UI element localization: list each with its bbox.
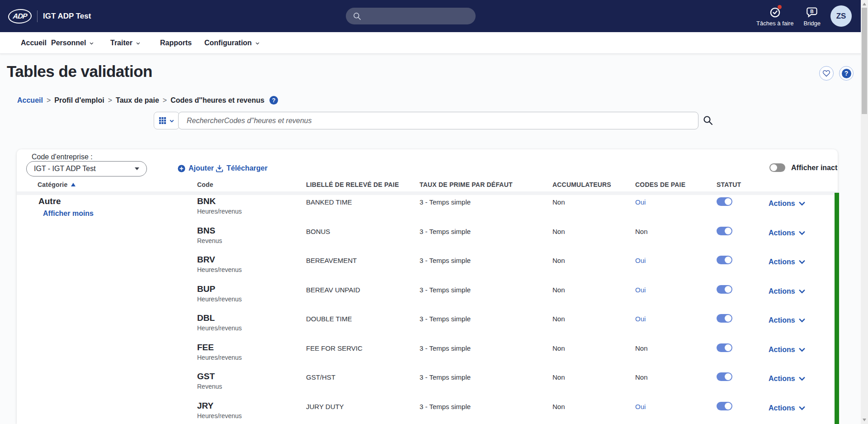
actions-label: Actions: [769, 287, 795, 295]
window-scrollbar: [861, 0, 868, 424]
status-toggle[interactable]: [717, 227, 732, 235]
cell-accumulators: Non: [552, 344, 565, 352]
actions-button[interactable]: Actions: [769, 316, 805, 324]
actions-button[interactable]: Actions: [769, 287, 805, 295]
status-toggle[interactable]: [717, 343, 732, 352]
table-search-input[interactable]: [178, 112, 698, 129]
breadcrumb-help-icon[interactable]: ?: [269, 96, 278, 105]
menu-item-rapports[interactable]: Rapports: [160, 32, 192, 54]
status-toggle[interactable]: [717, 372, 732, 381]
chevron-down-icon: [169, 118, 175, 124]
brand-name: IGT ADP Test: [43, 12, 91, 21]
cell-pay-codes[interactable]: Oui: [635, 403, 646, 410]
actions-button[interactable]: Actions: [769, 404, 805, 412]
breadcrumb-item[interactable]: Profil d'emploi: [54, 96, 104, 105]
scroll-up-arrow[interactable]: [863, 3, 866, 5]
table-row: FEE Heures/revenus FEE FOR SERVIC 3 - Te…: [17, 343, 838, 372]
status-toggle[interactable]: [717, 285, 732, 294]
toggle-knob: [725, 403, 731, 410]
actions-button[interactable]: Actions: [769, 346, 805, 354]
toggle-knob: [725, 198, 731, 205]
actions-button[interactable]: Actions: [769, 258, 805, 266]
cell-pay-codes[interactable]: Oui: [635, 257, 646, 264]
chevron-down-icon: [799, 376, 805, 381]
toggle-knob: [725, 228, 731, 234]
cell-code: GST: [197, 372, 215, 381]
menu-item-accueil[interactable]: Accueil: [21, 32, 47, 54]
column-header-taux-prime[interactable]: TAUX DE PRIME PAR DÉFAUT: [420, 181, 513, 188]
cell-pay-codes: Non: [635, 373, 648, 381]
column-header-codes-de-paie[interactable]: CODES DE PAIE: [635, 181, 685, 188]
menu-label: Rapports: [160, 39, 192, 47]
cell-default-premium: 3 - Temps simple: [420, 315, 471, 323]
show-inactive-toggle[interactable]: [769, 163, 785, 172]
column-header-label: TAUX DE PRIME PAR DÉFAUT: [420, 181, 513, 188]
column-header-categorie[interactable]: Catégorie: [38, 181, 75, 188]
status-toggle[interactable]: [717, 402, 732, 410]
status-toggle[interactable]: [717, 256, 732, 264]
menu-label: Configuration: [204, 39, 252, 47]
breadcrumb-item[interactable]: Taux de paie: [116, 96, 159, 105]
download-button[interactable]: Télécharger: [216, 164, 268, 172]
global-search-input[interactable]: [346, 8, 476, 24]
actions-button[interactable]: Actions: [769, 375, 805, 383]
add-button[interactable]: Ajouter: [178, 164, 214, 172]
cell-label: JURY DUTY: [306, 403, 344, 410]
cell-default-premium: 3 - Temps simple: [420, 373, 471, 381]
cell-pay-codes[interactable]: Oui: [635, 315, 646, 323]
cell-code: BUP: [197, 284, 215, 294]
cell-accumulators: Non: [552, 403, 565, 410]
chevron-down-icon: [799, 347, 805, 353]
cell-pay-codes: Non: [635, 344, 648, 352]
notification-dot: [778, 5, 782, 9]
toggle-knob: [725, 344, 731, 351]
table-row: GST Revenus GST/HST 3 - Temps simple Non…: [17, 372, 838, 400]
actions-label: Actions: [769, 200, 795, 208]
status-toggle[interactable]: [717, 197, 732, 206]
column-header-code[interactable]: Code: [197, 181, 213, 188]
company-code-select[interactable]: IGT - IGT ADP Test: [26, 161, 147, 176]
actions-button[interactable]: Actions: [769, 229, 805, 237]
scrollbar-thumb[interactable]: [862, 8, 867, 114]
column-header-libelle[interactable]: LIBELLÉ DE RELEVÉ DE PAIE: [306, 181, 399, 188]
company-code-value: IGT - IGT ADP Test: [34, 165, 96, 173]
download-icon: [216, 165, 223, 172]
cell-pay-codes[interactable]: Oui: [635, 286, 646, 294]
toggle-knob: [725, 373, 731, 380]
breadcrumb-home[interactable]: Accueil: [17, 96, 43, 105]
status-toggle[interactable]: [717, 314, 732, 323]
chevron-down-icon: [255, 41, 260, 46]
bridge-button[interactable]: B Bridge: [803, 6, 821, 27]
cell-accumulators: Non: [552, 257, 565, 264]
user-avatar[interactable]: ZS: [830, 5, 852, 27]
actions-label: Actions: [769, 258, 795, 266]
topbar: ADP IGT ADP Test Tâches à faire B Bridge: [0, 0, 868, 32]
column-header-statut[interactable]: STATUT: [717, 181, 741, 188]
cell-label: GST/HST: [306, 373, 335, 381]
table-scrollbar-thumb[interactable]: [835, 193, 839, 424]
view-selector-button[interactable]: [154, 112, 179, 129]
cell-pay-codes[interactable]: Oui: [635, 198, 646, 206]
menu-label: Accueil: [21, 39, 47, 47]
page-help-button[interactable]: ?: [839, 66, 854, 81]
cell-label: BANKED TIME: [306, 198, 352, 206]
plus-circle-icon: [178, 165, 185, 172]
table-search-icon[interactable]: [703, 115, 713, 126]
svg-text:B: B: [810, 9, 813, 14]
breadcrumb-separator: >: [163, 96, 167, 105]
actions-label: Actions: [769, 316, 795, 324]
chevron-down-icon: [799, 259, 805, 265]
scroll-down-arrow[interactable]: [863, 419, 866, 421]
menu-item-traiter[interactable]: Traiter: [110, 32, 141, 54]
column-header-accumulateurs[interactable]: ACCUMULATEURS: [552, 181, 611, 188]
favorite-button[interactable]: [819, 66, 834, 81]
header-separator: [17, 191, 838, 195]
menu-item-personnel[interactable]: Personnel: [51, 32, 94, 54]
cell-accumulators: Non: [552, 228, 565, 235]
menu-item-configuration[interactable]: Configuration: [204, 32, 260, 54]
actions-button[interactable]: Actions: [769, 200, 805, 208]
chevron-down-icon: [799, 201, 805, 206]
actions-label: Actions: [769, 346, 795, 354]
actions-label: Actions: [769, 229, 795, 237]
tasks-button[interactable]: Tâches à faire: [756, 6, 793, 27]
